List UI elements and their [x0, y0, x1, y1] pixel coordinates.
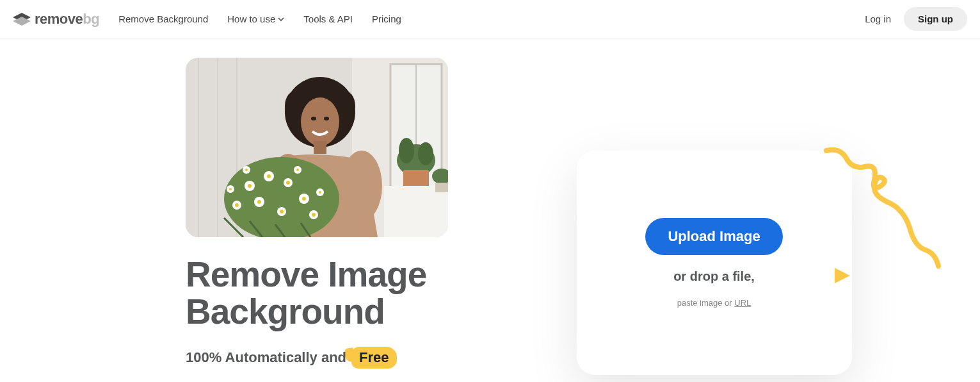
chevron-down-icon — [278, 17, 284, 21]
nav-how-to-use[interactable]: How to use — [227, 13, 284, 24]
upload-card[interactable]: Upload Image or drop a file, paste image… — [577, 151, 852, 375]
hero-image — [186, 58, 448, 237]
svg-point-39 — [245, 169, 248, 171]
svg-point-31 — [257, 200, 261, 204]
svg-point-22 — [341, 151, 382, 221]
svg-point-25 — [248, 184, 252, 188]
paste-text: paste image or URL — [677, 298, 751, 308]
nav-remove-background[interactable]: Remove Background — [118, 13, 208, 24]
svg-rect-11 — [384, 186, 448, 237]
signup-button[interactable]: Sign up — [904, 7, 967, 31]
svg-point-23 — [224, 157, 339, 237]
svg-point-47 — [319, 191, 321, 194]
svg-point-45 — [229, 188, 232, 190]
upload-image-button[interactable]: Upload Image — [645, 218, 782, 255]
free-badge: Free — [351, 347, 396, 369]
nav-pricing[interactable]: Pricing — [372, 13, 401, 24]
svg-rect-20 — [314, 141, 326, 154]
url-link[interactable]: URL — [734, 298, 751, 308]
svg-point-29 — [286, 181, 290, 185]
logo[interactable]: removebg — [13, 11, 99, 28]
svg-point-37 — [235, 203, 239, 207]
squiggle-decoration — [820, 147, 942, 276]
svg-point-35 — [302, 197, 306, 201]
svg-point-9 — [418, 142, 433, 165]
svg-point-19 — [324, 117, 329, 120]
svg-point-17 — [301, 97, 339, 146]
nav-how-to-use-label: How to use — [227, 13, 275, 24]
nav-tools-api[interactable]: Tools & API — [303, 13, 353, 24]
svg-point-41 — [312, 213, 316, 217]
triangle-decoration — [833, 266, 852, 285]
login-link[interactable]: Log in — [865, 13, 891, 24]
drop-file-text: or drop a file, — [673, 269, 755, 284]
logo-icon — [13, 13, 31, 26]
svg-point-33 — [280, 210, 284, 213]
svg-point-27 — [267, 174, 271, 178]
hero-title: Remove ImageBackground — [186, 256, 448, 331]
logo-text: removebg — [35, 11, 99, 28]
svg-rect-13 — [435, 183, 448, 192]
hero-subtitle: 100% Automatically and Free — [186, 347, 448, 369]
svg-point-43 — [296, 169, 299, 171]
svg-point-8 — [399, 138, 414, 163]
svg-point-18 — [311, 117, 316, 120]
